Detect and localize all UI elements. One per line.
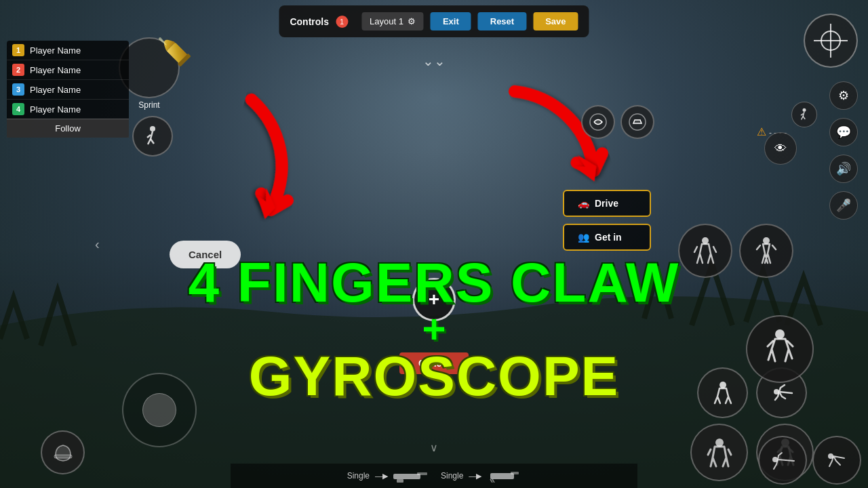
weapon-arrow-1: —▶ [375, 472, 388, 481]
svg-rect-28 [397, 479, 403, 483]
player-silhouette-icon-1 [703, 436, 736, 470]
svg-rect-26 [393, 474, 420, 479]
player-name-1: Player Name [30, 45, 81, 56]
follow-button[interactable]: Follow [7, 119, 129, 138]
vehicle-buttons: 🚗 Drive 👥 Get in [563, 190, 651, 251]
weapon-bar: Single —▶ Single —▶ [231, 464, 637, 488]
run-icon [142, 125, 163, 147]
vehicle-icon-button-1[interactable] [581, 105, 615, 139]
crosshair-icon [814, 24, 848, 58]
weapon-mode-2: Single [441, 471, 463, 481]
title-line-1: 4 FINGERS CLAW [0, 252, 868, 313]
player-list: 1 Player Name 2 Player Name 3 Player Nam… [7, 41, 129, 138]
list-item: 4 Player Name [7, 100, 129, 119]
svg-point-20 [715, 439, 724, 447]
title-line-2: GYROSCOPE [0, 346, 868, 407]
svg-line-12 [801, 114, 803, 116]
crawl-icon [823, 446, 851, 474]
list-item: 3 Player Name [7, 80, 129, 100]
reset-button[interactable]: Reset [478, 12, 526, 30]
controls-title: Controls [290, 16, 329, 27]
small-run-icon[interactable] [791, 102, 817, 127]
vehicle-icon-area [581, 105, 654, 139]
player-rank-4: 4 [12, 103, 24, 115]
get-in-button[interactable]: 👥 Get in [563, 224, 651, 251]
bottom-left-icons [41, 430, 85, 474]
video-title: 4 FINGERS CLAW + GYROSCOPE [0, 252, 868, 407]
exit-button[interactable]: Exit [431, 12, 471, 30]
player-name-4: Player Name [30, 104, 81, 115]
gear-icon: ⚙ [408, 16, 416, 26]
get-in-label: Get in [595, 232, 622, 243]
run-button[interactable] [132, 116, 173, 157]
drive-icon: 🚗 [578, 198, 589, 209]
svg-line-7 [151, 139, 154, 144]
right-icons-column: ⚙ 💬 🔊 🎤 [829, 81, 858, 220]
sniper-icon [768, 446, 797, 474]
drive-label: Drive [595, 198, 618, 209]
helmet-button[interactable] [41, 430, 85, 474]
eye-icon[interactable]: 👁 [764, 132, 797, 165]
weapon-mode-1: Single [347, 471, 370, 481]
controls-badge: 1 [336, 16, 348, 28]
helmet-icon [50, 440, 76, 466]
player-rank-3: 3 [12, 83, 24, 96]
svg-line-11 [803, 112, 804, 117]
vehicle-icon-2 [628, 113, 647, 131]
svg-line-14 [803, 117, 805, 119]
volume-icon-button[interactable]: 🔊 [829, 155, 858, 183]
crosshair-circle[interactable] [804, 14, 858, 68]
svg-line-4 [151, 131, 153, 139]
svg-point-10 [803, 108, 806, 112]
svg-point-23 [763, 237, 770, 244]
crawl-button[interactable] [812, 436, 861, 485]
player-name-2: Player Name [30, 65, 81, 75]
vehicle-icon-button-2[interactable] [620, 105, 654, 139]
controls-bar: Controls 1 Layout 1 ⚙ Exit Reset Save [279, 5, 589, 37]
crosshair-area[interactable] [804, 14, 858, 68]
save-button[interactable]: Save [533, 12, 578, 30]
weapon-icon-1 [393, 469, 427, 483]
svg-rect-30 [511, 472, 519, 474]
svg-line-5 [147, 135, 151, 138]
sprint-label: Sprint [138, 100, 159, 110]
list-item: 1 Player Name [7, 41, 129, 60]
svg-rect-29 [490, 473, 514, 479]
left-expand-icon[interactable]: ‹ [95, 237, 100, 252]
mic-icon-button[interactable]: 🎤 [829, 191, 858, 220]
layout-button[interactable]: Layout 1 ⚙ [361, 12, 424, 30]
svg-rect-27 [417, 472, 427, 475]
bottom-expand-icon[interactable]: ∨ [430, 441, 438, 454]
get-in-icon: 👥 [578, 232, 589, 243]
sniper-button[interactable] [758, 436, 807, 485]
weapon-item-2: Single —▶ [441, 469, 521, 483]
svg-rect-17 [54, 455, 72, 458]
crosshair-ring [821, 30, 841, 51]
vehicle-icon [589, 113, 608, 131]
settings-icon-button[interactable]: ⚙ [829, 81, 858, 110]
bottom-right-figures [758, 436, 861, 485]
weapon-item-1: Single —▶ [347, 469, 427, 483]
svg-point-3 [150, 126, 155, 131]
list-item: 2 Player Name [7, 60, 129, 80]
chat-icon-button[interactable]: 💬 [829, 118, 858, 146]
player-rank-2: 2 [12, 64, 24, 76]
drive-button[interactable]: 🚗 Drive [563, 190, 651, 217]
player-rank-1: 1 [12, 44, 24, 56]
observe-button[interactable]: 👁 [764, 132, 797, 165]
weapon-icon-2 [487, 469, 521, 483]
bottom-figures-row [758, 436, 861, 485]
player-silhouette-1[interactable] [690, 424, 748, 481]
player-name-3: Player Name [30, 85, 81, 95]
svg-point-22 [702, 237, 709, 244]
layout-label: Layout 1 [370, 16, 403, 26]
title-plus: + [0, 313, 868, 346]
chevron-down-icon[interactable]: ⌄⌄ [422, 53, 446, 69]
weapon-arrow-2: —▶ [469, 472, 481, 481]
